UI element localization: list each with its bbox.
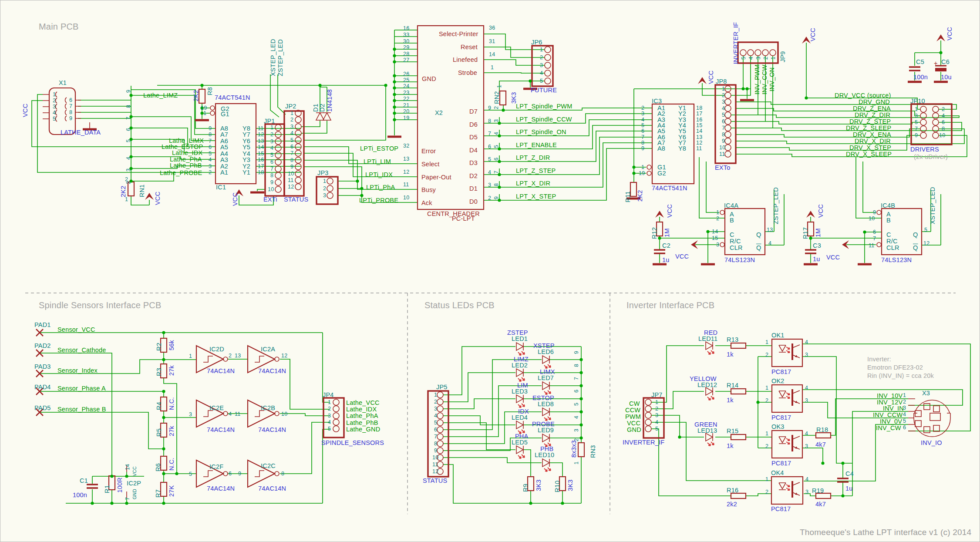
1-label: 1 (765, 431, 768, 437)
3-label: 3 (915, 113, 918, 119)
12-label: 12 (432, 469, 438, 475)
sensor-cathode-label: Sensor_Cathode (57, 347, 106, 353)
led1-label: LED1 (512, 336, 528, 342)
1-label: 1 (323, 178, 326, 184)
vcc-symbol (655, 211, 664, 218)
2-label: 2 (722, 93, 725, 98)
1k-label: 1k (727, 351, 734, 358)
r13-label: R13 (727, 337, 738, 343)
3-label: 3 (722, 99, 725, 105)
74ac14n-label: 74AC14N (207, 485, 235, 492)
rn1-label: RN1 (139, 184, 145, 197)
8-label: 8 (209, 132, 212, 138)
100n-label: 100n (913, 74, 928, 81)
lathe-idx-label: Lathe_IDX (172, 150, 202, 156)
d4-label: D4 (469, 147, 478, 154)
5-label: 5 (328, 426, 331, 432)
15-label: 15 (696, 123, 702, 128)
6-label: 6 (290, 144, 293, 150)
inv-0v-label: INV_0V (880, 418, 902, 425)
1-label: 1 (765, 340, 768, 345)
27k-label: 27k (168, 365, 175, 376)
ack-label: Ack (421, 200, 432, 206)
lpt-z-step-label: LPT_Z_STEP (516, 168, 556, 174)
vcc-label: VCC (818, 204, 824, 218)
d6-label: D6 (469, 121, 478, 128)
pc-lpt-label: PC-LPT (452, 215, 475, 222)
ok2-opto (772, 385, 802, 412)
8-label: 8 (434, 441, 437, 447)
1-label: 1 (716, 210, 719, 215)
ok1-opto (772, 339, 802, 367)
14-label: 14 (125, 464, 131, 470)
3k3-label: 3K3 (511, 92, 517, 104)
1-label: 1 (903, 393, 906, 398)
16-label: 16 (696, 117, 702, 123)
13-label: 13 (258, 138, 264, 144)
d5-label: D5 (469, 134, 478, 141)
4-label: 4 (53, 110, 56, 116)
drv-z-step-label: DRV_Z_STEP (849, 118, 891, 125)
6-label: 6 (641, 128, 644, 134)
drv-z-dir-label: DRV_Z_DIR (855, 112, 890, 118)
3-label: 3 (540, 63, 543, 68)
74ac14n-label: 74AC14N (207, 368, 235, 374)
9-label: 9 (915, 133, 918, 138)
6-label: 6 (574, 390, 579, 393)
7-label: 7 (290, 151, 293, 156)
9-label: 9 (238, 471, 241, 477)
y7-label: Y7 (242, 131, 250, 138)
exti-label: EXTi (263, 196, 277, 203)
5-label: 5 (574, 403, 579, 406)
lathe-phb-label: Lathe_PhB (346, 420, 378, 426)
9-label: 9 (69, 116, 72, 121)
14-label: 14 (696, 128, 702, 134)
d1-label: D1 (469, 185, 478, 192)
led9 (542, 434, 551, 447)
r6-resistor (161, 456, 167, 470)
30-label: 30 (403, 39, 409, 44)
2k2-label: 2K2 (637, 190, 643, 202)
c6-label: C6 (941, 59, 950, 65)
lathe-vcc-label: Lathe_VCC (346, 400, 380, 406)
1-label: 1 (125, 197, 128, 202)
q-label: Q (913, 245, 918, 251)
drv-z-ena-label: DRV_Z_ENA (853, 105, 891, 112)
inverter-pcb-title: Inverter Interface PCB (626, 301, 714, 310)
inv-in-label: INV_IN (883, 405, 904, 412)
lathe-probe-label: Lathe_PROBE (160, 170, 202, 176)
rin-inv-in-cca-20k-label: Rin (INV_IN) = cca 20k (867, 373, 934, 379)
8-label: 8 (574, 364, 579, 367)
pc817-label: PC817 (771, 414, 791, 421)
3-label: 3 (209, 164, 212, 169)
1m-label: 1M (664, 228, 670, 237)
pad2-label: PAD2 (34, 343, 51, 349)
ic2f-label: IC2F (209, 464, 223, 470)
lpti-estop-label: LPTi_ESTOP (360, 145, 398, 152)
7-label: 7 (488, 131, 491, 137)
2-label: 2 (434, 399, 437, 405)
lpt-x-dir-label: LPT_X_DIR (516, 180, 550, 187)
c5-label: C5 (916, 59, 924, 65)
7-label: 7 (873, 236, 876, 242)
6-label: 6 (270, 159, 273, 165)
1u-label: 1u (845, 485, 853, 492)
4-label: 4 (655, 420, 658, 425)
pad4-label: PAD4 (34, 384, 51, 391)
c6-capacitor (935, 66, 946, 71)
2-label: 2 (641, 105, 644, 111)
drv-x-sleep-label: DRV_X_SLEEP (846, 151, 892, 158)
2k2-label: 2K2 (120, 186, 127, 197)
18-label: 18 (258, 170, 264, 175)
1-label: 1 (290, 111, 293, 116)
9-label: 9 (290, 164, 293, 170)
future-label: FUTURE (531, 87, 557, 94)
8x3x3-label: 8x3x3 (571, 440, 577, 458)
21-label: 21 (403, 103, 409, 108)
d3-label: D3 (469, 160, 478, 166)
2-label: 2 (229, 353, 232, 359)
a3-label: A3 (220, 157, 228, 163)
led11-label: LED11 (698, 336, 717, 342)
11-label: 11 (235, 411, 240, 417)
4-label: 4 (805, 340, 808, 345)
